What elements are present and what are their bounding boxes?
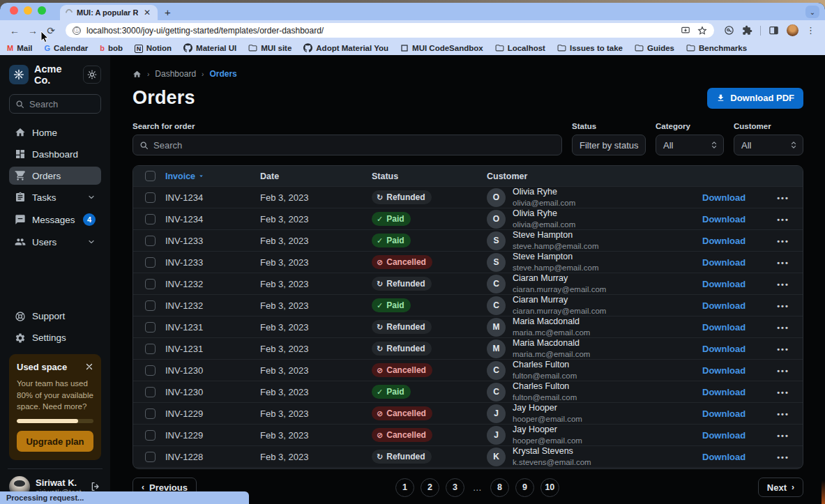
download-link[interactable]: Download <box>702 387 745 397</box>
customer-filter-select[interactable]: All <box>734 135 803 155</box>
color-scheme-toggle-button[interactable] <box>83 66 101 84</box>
tab-search-chevron-icon[interactable]: ⌄ <box>805 6 819 18</box>
row-menu-icon[interactable]: ••• <box>777 194 789 202</box>
row-menu-icon[interactable]: ••• <box>777 345 789 353</box>
category-filter-select[interactable]: All <box>656 135 724 155</box>
tab-close-icon[interactable]: ✕ <box>142 8 152 17</box>
row-menu-icon[interactable]: ••• <box>777 367 789 375</box>
chevron-down-icon[interactable] <box>87 238 96 246</box>
row-checkbox[interactable] <box>145 344 156 354</box>
pagination-page-3[interactable]: 3 <box>446 478 464 497</box>
url-text[interactable]: localhost:3000/joy-ui/getting-started/te… <box>86 26 675 36</box>
row-menu-icon[interactable]: ••• <box>777 280 789 289</box>
browser-tab[interactable]: MUI: A popular React UI fram ✕ <box>60 5 158 20</box>
pagination-page-2[interactable]: 2 <box>421 478 439 497</box>
row-menu-icon[interactable]: ••• <box>777 302 789 310</box>
invoice-sort-header[interactable]: Invoice <box>165 171 260 181</box>
close-icon[interactable] <box>85 362 93 371</box>
row-menu-icon[interactable]: ••• <box>777 410 789 418</box>
bookmark-star-icon[interactable] <box>697 26 707 36</box>
select-all-checkbox[interactable] <box>145 171 156 181</box>
row-menu-icon[interactable]: ••• <box>777 432 789 440</box>
order-search-input[interactable]: Search <box>133 135 562 155</box>
bookmark-item[interactable]: Guides <box>635 43 674 52</box>
row-checkbox[interactable] <box>145 236 156 246</box>
upgrade-plan-button[interactable]: Upgrade plan <box>17 431 93 452</box>
download-link[interactable]: Download <box>702 430 745 441</box>
sidebar-item-users[interactable]: Users <box>9 233 101 251</box>
status-filter-select[interactable]: Filter by status <box>572 135 646 155</box>
sidebar-search-input[interactable]: Search <box>9 94 101 114</box>
download-link[interactable]: Download <box>702 344 745 354</box>
back-button[interactable]: ← <box>7 23 22 38</box>
row-checkbox[interactable] <box>145 322 156 333</box>
bookmark-item[interactable]: Adopt Material You <box>303 43 388 52</box>
profile-avatar[interactable] <box>787 24 798 36</box>
download-pdf-button[interactable]: Download PDF <box>707 88 803 109</box>
bookmark-item[interactable]: MUI CodeSandbox <box>400 44 483 52</box>
pagination-page-10[interactable]: 10 <box>540 478 559 497</box>
pagination-next-button[interactable]: Next › <box>758 478 803 497</box>
download-link[interactable]: Download <box>702 279 745 289</box>
install-app-icon[interactable] <box>681 26 690 36</box>
download-link[interactable]: Download <box>702 322 745 333</box>
row-checkbox[interactable] <box>145 452 156 462</box>
download-link[interactable]: Download <box>702 365 745 376</box>
pagination-page-8[interactable]: 8 <box>490 478 509 497</box>
sidebar-item-orders[interactable]: Orders <box>9 167 101 185</box>
extensions-puzzle-icon[interactable] <box>742 25 752 36</box>
row-checkbox[interactable] <box>145 214 156 224</box>
download-link[interactable]: Download <box>702 452 745 462</box>
download-link[interactable]: Download <box>702 408 745 419</box>
bookmark-item[interactable]: Issues to take <box>557 43 623 52</box>
row-menu-icon[interactable]: ••• <box>777 259 789 267</box>
row-checkbox[interactable] <box>145 365 156 376</box>
fullscreen-window-button[interactable] <box>38 6 46 15</box>
logout-icon[interactable] <box>90 481 101 492</box>
row-checkbox[interactable] <box>145 257 156 268</box>
site-info-icon[interactable]: ⓘ <box>73 26 81 35</box>
row-menu-icon[interactable]: ••• <box>777 215 789 224</box>
row-checkbox[interactable] <box>145 430 156 441</box>
address-bar[interactable]: ⓘ localhost:3000/joy-ui/getting-started/… <box>66 23 714 38</box>
password-manager-icon[interactable] <box>724 25 734 36</box>
sidebar-item-tasks[interactable]: Tasks <box>9 188 101 206</box>
home-icon[interactable] <box>133 70 142 79</box>
row-checkbox[interactable] <box>145 192 156 203</box>
bookmark-item[interactable]: GCalendar <box>45 44 89 52</box>
bookmark-item[interactable]: Material UI <box>183 43 236 52</box>
minimize-window-button[interactable] <box>24 6 32 15</box>
chevron-down-icon[interactable] <box>87 193 96 201</box>
row-menu-icon[interactable]: ••• <box>777 388 789 397</box>
sidebar-item-dashboard[interactable]: Dashboard <box>9 145 101 163</box>
row-menu-icon[interactable]: ••• <box>777 323 789 332</box>
bookmark-item[interactable]: Benchmarks <box>686 43 747 52</box>
download-link[interactable]: Download <box>702 214 745 224</box>
breadcrumb-dashboard[interactable]: Dashboard <box>155 69 196 79</box>
sidebar-item-settings[interactable]: Settings <box>9 329 101 347</box>
bookmark-item[interactable]: MMail <box>7 44 33 52</box>
download-link[interactable]: Download <box>702 236 745 246</box>
bookmark-item[interactable]: bbob <box>100 44 123 52</box>
download-link[interactable]: Download <box>702 257 745 268</box>
chrome-menu-icon[interactable]: ⋮ <box>806 25 815 36</box>
row-checkbox[interactable] <box>145 279 156 289</box>
download-link[interactable]: Download <box>702 300 745 311</box>
download-link[interactable]: Download <box>702 192 745 203</box>
bookmark-item[interactable]: NNotion <box>135 44 172 52</box>
pagination-page-9[interactable]: 9 <box>515 478 534 497</box>
side-panel-icon[interactable] <box>769 25 779 36</box>
row-checkbox[interactable] <box>145 300 156 311</box>
row-menu-icon[interactable]: ••• <box>777 453 789 461</box>
close-window-button[interactable] <box>10 6 18 15</box>
sidebar-item-support[interactable]: Support <box>9 307 101 326</box>
bookmark-item[interactable]: Localhost <box>495 43 545 52</box>
row-checkbox[interactable] <box>145 387 156 397</box>
pagination-page-1[interactable]: 1 <box>395 478 414 497</box>
new-tab-button[interactable]: + <box>158 6 178 20</box>
bookmark-item[interactable]: MUI site <box>248 43 292 52</box>
sidebar-item-home[interactable]: Home <box>9 123 101 142</box>
forward-button[interactable]: → <box>25 23 40 38</box>
row-menu-icon[interactable]: ••• <box>777 237 789 245</box>
sidebar-item-messages[interactable]: Messages4 <box>9 210 101 229</box>
